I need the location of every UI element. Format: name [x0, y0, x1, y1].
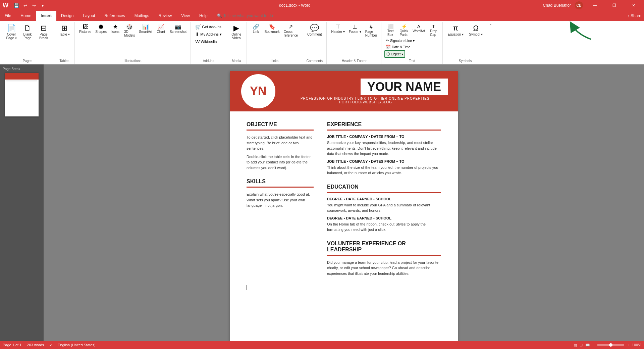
search-input[interactable]	[223, 13, 290, 18]
bookmark-btn[interactable]: 🔖 Bookmark	[263, 23, 281, 34]
page-break-btn[interactable]: ⊟ PageBreak	[36, 23, 51, 41]
deg2-desc: On the Home tab of the ribbon, check out…	[327, 221, 441, 233]
objective-title: OBJECTIVE	[247, 121, 314, 128]
tab-layout[interactable]: Layout	[78, 11, 100, 21]
education-line	[327, 192, 441, 193]
tab-home[interactable]: Home	[16, 11, 36, 21]
tab-design[interactable]: Design	[56, 11, 78, 21]
header-icon: ⊤	[336, 24, 340, 30]
cover-page-btn[interactable]: 📄 CoverPage ▾	[4, 23, 19, 41]
bookmark-icon: 🔖	[269, 24, 275, 30]
status-bar: Page 1 of 1 203 words ✓ English (United …	[0, 341, 644, 349]
drop-cap-btn[interactable]: T DropCap	[428, 23, 440, 37]
tab-insert[interactable]: Insert	[36, 11, 56, 21]
text-label: Text	[409, 58, 415, 63]
minimize-btn[interactable]: —	[587, 0, 602, 11]
tab-help[interactable]: Help	[195, 11, 212, 21]
volunteer-section: VOLUNTEER EXPERIENCE OR LEADERSHIP Did y…	[327, 241, 441, 277]
view-web-icon[interactable]: ⊡	[580, 343, 583, 347]
collapse-ribbon-btn[interactable]: ⌃	[488, 22, 494, 64]
footer-icon: ⊥	[353, 24, 357, 30]
signature-line-btn[interactable]: ✏ Signature Line ▾	[384, 38, 416, 44]
date-time-btn[interactable]: 📅 Date & Time	[384, 44, 412, 50]
media-label: Media	[232, 58, 241, 63]
ribbon-tabs: File Home Insert Design Layout Reference…	[0, 11, 644, 21]
cross-reference-btn[interactable]: ↗ Cross-reference	[282, 23, 299, 38]
3d-models-btn[interactable]: 🎲 3DModels	[123, 23, 136, 38]
links-items: 🔗 Link 🔖 Bookmark ↗ Cross-reference	[250, 23, 299, 58]
view-read-icon[interactable]: 📖	[585, 343, 590, 347]
page-info: Page 1 of 1	[3, 343, 21, 347]
page-area: YN YOUR NAME PROFESSION OR INDUSTRY | LI…	[44, 64, 644, 349]
header-btn[interactable]: ⊤ Header ▾	[330, 23, 346, 34]
close-btn[interactable]: ✕	[626, 0, 641, 11]
blank-page-btn[interactable]: 🗋 BlankPage	[20, 23, 35, 41]
volunteer-line	[327, 255, 441, 256]
comment-btn[interactable]: 💬 Comment	[305, 23, 324, 37]
app-body: Page Break YN YOUR NAME PROFESSION OR IN…	[0, 64, 644, 349]
symbol-btn[interactable]: Ω Symbol ▾	[467, 23, 485, 37]
volunteer-title: VOLUNTEER EXPERIENCE OR LEADERSHIP	[327, 241, 441, 253]
zoom-thumb[interactable]	[609, 343, 612, 347]
right-column: EXPERIENCE JOB TITLE • COMPANY • DATES F…	[327, 121, 441, 284]
tab-review[interactable]: Review	[154, 11, 176, 21]
page-thumb[interactable]	[5, 73, 39, 116]
objective-line	[247, 130, 314, 131]
word-page: YN YOUR NAME PROFESSION OR INDUSTRY | LI…	[230, 71, 458, 349]
cross-reference-icon: ↗	[288, 24, 293, 30]
ribbon-group-addins: 🛒 Get Add-ins ⬇ My Add-ins ▾ W Wikipedia…	[191, 22, 226, 64]
pictures-btn[interactable]: 🖼 Pictures	[78, 23, 93, 34]
restore-btn[interactable]: ❐	[606, 0, 622, 11]
cover-page-icon: 📄	[7, 24, 16, 32]
word-logo: W	[3, 2, 8, 9]
get-addins-btn[interactable]: 🛒 Get Add-ins	[194, 23, 222, 30]
tab-view[interactable]: View	[176, 11, 195, 21]
wordart-btn[interactable]: A WordArt	[411, 23, 426, 37]
table-btn[interactable]: ⊞ Table ▾	[57, 23, 72, 37]
undo-btn[interactable]: ↩	[21, 1, 29, 9]
shapes-btn[interactable]: ⬟ Shapes	[94, 23, 108, 34]
tab-mailings[interactable]: Mailings	[130, 11, 154, 21]
zoom-out-btn[interactable]: −	[593, 343, 595, 347]
ribbon: File Home Insert Design Layout Reference…	[0, 11, 644, 64]
avatar-initials: YN	[250, 84, 267, 98]
page-break-icon: ⊟	[41, 24, 47, 32]
skills-title: SKILLS	[247, 179, 314, 185]
customize-btn[interactable]: ▾	[39, 1, 47, 9]
chart-btn[interactable]: 📈 Chart	[155, 23, 167, 34]
screenshot-btn[interactable]: 📷 Screenshot	[168, 23, 188, 34]
share-btn[interactable]: ↑ Share	[628, 13, 641, 18]
view-normal-icon[interactable]: ▤	[574, 343, 577, 347]
job2-desc: Think about the size of the team you led…	[327, 165, 441, 176]
experience-section: EXPERIENCE JOB TITLE • COMPANY • DATES F…	[327, 121, 441, 176]
my-addins-btn[interactable]: ⬇ My Add-ins ▾	[194, 31, 223, 38]
user-avatar[interactable]: CB	[575, 1, 583, 9]
zoom-in-btn[interactable]: +	[627, 343, 629, 347]
tab-references[interactable]: References	[100, 11, 129, 21]
icons-btn[interactable]: ★ Icons	[109, 23, 121, 34]
objective-section: OBJECTIVE To get started, click placehol…	[247, 121, 314, 170]
object-btn[interactable]: ⬡ Object ▾	[384, 50, 405, 58]
experience-title: EXPERIENCE	[327, 121, 441, 128]
wikipedia-btn[interactable]: W Wikipedia	[194, 38, 218, 45]
tab-file[interactable]: File	[0, 11, 16, 21]
title-bar-right: Chad Buenaflor CB — ❐ ✕	[543, 0, 641, 11]
title-bar-left: W 💾 ↩ ↪ ▾	[3, 1, 47, 9]
education-title: EDUCATION	[327, 184, 441, 190]
equation-btn[interactable]: π Equation ▾	[446, 23, 466, 37]
redo-btn[interactable]: ↪	[30, 1, 38, 9]
save-btn[interactable]: 💾	[12, 1, 20, 9]
online-video-icon: ▶	[233, 24, 239, 32]
media-items: ▶ OnlineVideo	[229, 23, 244, 58]
link-btn[interactable]: 🔗 Link	[250, 23, 262, 34]
my-addins-icon: ⬇	[195, 32, 199, 37]
pictures-icon: 🖼	[83, 24, 88, 30]
quick-parts-btn[interactable]: ⚡ QuickParts	[398, 23, 410, 37]
text-box-btn[interactable]: ⬜ TextBox	[384, 23, 396, 37]
online-video-btn[interactable]: ▶ OnlineVideo	[229, 23, 244, 41]
deg1-title: DEGREE • DATE EARNED • SCHOOL	[327, 197, 441, 201]
smartart-btn[interactable]: 📊 SmartArt	[138, 23, 153, 34]
footer-btn[interactable]: ⊥ Footer ▾	[347, 23, 363, 34]
tab-tell-me[interactable]: 🔍	[212, 11, 295, 21]
page-number-btn[interactable]: # PageNumber	[364, 23, 379, 38]
